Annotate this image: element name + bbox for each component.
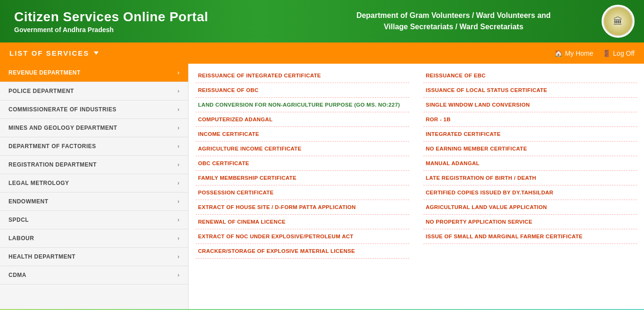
chevron-right-icon: ›: [178, 143, 180, 150]
sidebar-item-label: MINES AND GEOLOGY DEPARTMENT: [8, 125, 117, 131]
header-logo-area: Citizen Services Online Portal Governmen…: [9, 9, 305, 34]
page-header: Citizen Services Online Portal Governmen…: [0, 0, 644, 42]
service-link-left-8[interactable]: POSSESSION CERTIFICATE: [196, 185, 409, 200]
service-link-right-7[interactable]: LATE REGISTRATION OF BIRTH / DEATH: [423, 171, 637, 185]
service-link-right-5[interactable]: NO EARNING MEMBER CERTIFICATE: [423, 142, 637, 156]
service-link-right-10[interactable]: NO PROPERTY APPLICATION SERVICE: [423, 215, 637, 229]
services-left-col: REISSUANCE OF INTEGRATED CERTIFICATEREIS…: [189, 68, 416, 259]
sidebar-item-spdcl[interactable]: SPDCL›: [0, 211, 188, 229]
sidebar-item-label: REGISTRATION DEPARTMENT: [8, 161, 97, 168]
emblem: 🏛: [602, 5, 635, 38]
services-columns: REISSUANCE OF INTEGRATED CERTIFICATEREIS…: [189, 68, 644, 259]
sidebar-item-label: COMMISSIONERATE OF INDUSTRIES: [8, 106, 116, 113]
chevron-right-icon: ›: [178, 106, 180, 113]
services-area: REISSUANCE OF INTEGRATED CERTIFICATEREIS…: [189, 64, 644, 309]
service-link-left-0[interactable]: REISSUANCE OF INTEGRATED CERTIFICATE: [196, 68, 409, 83]
sidebar-item-label: POLICE DEPARTMENT: [8, 88, 74, 94]
service-link-left-6[interactable]: OBC CERTIFICATE: [196, 156, 409, 171]
service-link-left-10[interactable]: RENEWAL OF CINEMA LICENCE: [196, 215, 409, 229]
service-link-right-1[interactable]: ISSUANCE OF LOCAL STATUS CERTIFICATE: [423, 83, 637, 98]
sidebar: REVENUE DEPARTMENT›POLICE DEPARTMENT›COM…: [0, 64, 189, 309]
sidebar-item-labour[interactable]: LABOUR›: [0, 229, 188, 248]
service-link-right-2[interactable]: SINGLE WINDOW LAND CONVERSION: [423, 98, 637, 112]
sidebar-item-legal[interactable]: LEGAL METROLOGY›: [0, 174, 188, 193]
service-link-left-1[interactable]: REISSUANCE OF OBC: [196, 83, 409, 98]
sidebar-item-revenue[interactable]: REVENUE DEPARTMENT›: [0, 64, 188, 82]
service-link-left-9[interactable]: EXTRACT OF HOUSE SITE / D-FORM PATTA APP…: [196, 200, 409, 215]
service-link-right-8[interactable]: CERTIFIED COPIES ISSUED BY DY.TAHSILDAR: [423, 185, 637, 200]
sidebar-item-label: CDMA: [8, 272, 26, 278]
sidebar-item-factories[interactable]: DEPARTMENT OF FACTORIES›: [0, 137, 188, 156]
chevron-right-icon: ›: [178, 253, 180, 260]
sidebar-item-label: DEPARTMENT OF FACTORIES: [8, 143, 96, 150]
log-off-link[interactable]: 🚪 Log Off: [603, 50, 635, 57]
sidebar-item-label: LEGAL METROLOGY: [8, 180, 69, 186]
sidebar-item-label: REVENUE DEPARTMENT: [8, 69, 81, 76]
service-link-left-12[interactable]: CRACKER/STORAGE OF EXPLOSIVE MATERIAL LI…: [196, 244, 409, 259]
chevron-right-icon: ›: [178, 88, 180, 94]
sidebar-item-registration[interactable]: REGISTRATION DEPARTMENT›: [0, 156, 188, 174]
emblem-inner: 🏛: [604, 7, 632, 35]
sidebar-item-label: HEALTH DEPARTMENT: [8, 253, 75, 260]
dept-line2: Village Secretariats / Ward Secretariats: [305, 21, 602, 33]
service-link-right-9[interactable]: AGRICULTURAL LAND VALUE APPLICATION: [423, 200, 637, 215]
chevron-right-icon: ›: [178, 69, 180, 76]
service-link-right-0[interactable]: REISSUANCE OF EBC: [423, 68, 637, 83]
sidebar-item-label: LABOUR: [8, 235, 34, 242]
sidebar-item-health[interactable]: HEALTH DEPARTMENT›: [0, 248, 188, 266]
chevron-right-icon: ›: [178, 198, 180, 205]
service-link-right-6[interactable]: MANUAL ADANGAL: [423, 156, 637, 171]
portal-title: Citizen Services Online Portal: [14, 9, 208, 25]
sidebar-item-mines[interactable]: MINES AND GEOLOGY DEPARTMENT›: [0, 119, 188, 137]
portal-subtitle: Government of Andhra Pradesh: [14, 26, 208, 34]
sidebar-item-commissionerate[interactable]: COMMISSIONERATE OF INDUSTRIES›: [0, 101, 188, 119]
sidebar-item-label: SPDCL: [8, 217, 29, 223]
service-link-left-11[interactable]: EXTRACT OF NOC UNDER EXPLOSIVE/PETROLEUM…: [196, 229, 409, 244]
service-link-left-3[interactable]: COMPUTERIZED ADANGAL: [196, 112, 409, 127]
dept-line1: Department of Gram Volunteers / Ward Vol…: [305, 10, 602, 21]
navbar: LIST OF SERVICES 🏠 My Home 🚪 Log Off: [0, 42, 644, 64]
sidebar-item-cdma[interactable]: CDMA›: [0, 266, 188, 285]
log-off-label: Log Off: [613, 50, 635, 57]
sidebar-item-endowment[interactable]: ENDOWMENT›: [0, 193, 188, 211]
main-content: REVENUE DEPARTMENT›POLICE DEPARTMENT›COM…: [0, 64, 644, 309]
chevron-right-icon: ›: [178, 217, 180, 223]
chevron-right-icon: ›: [178, 272, 180, 278]
service-link-left-5[interactable]: AGRICULTURE INCOME CERTIFICATE: [196, 142, 409, 156]
chevron-right-icon: ›: [178, 161, 180, 168]
header-title-block: Citizen Services Online Portal Governmen…: [14, 9, 208, 34]
nav-right: 🏠 My Home 🚪 Log Off: [554, 50, 644, 57]
service-link-left-4[interactable]: INCOME CERTIFICATE: [196, 127, 409, 142]
service-link-left-7[interactable]: FAMILY MEMBERSHIP CERTIFICATE: [196, 171, 409, 185]
dropdown-arrow-icon: [94, 51, 99, 55]
my-home-label: My Home: [565, 50, 593, 57]
chevron-right-icon: ›: [178, 125, 180, 131]
service-link-right-4[interactable]: INTEGRATED CERTIFICATE: [423, 127, 637, 142]
logoff-icon: 🚪: [603, 50, 611, 57]
my-home-link[interactable]: 🏠 My Home: [554, 50, 593, 57]
sidebar-item-label: ENDOWMENT: [8, 198, 49, 205]
list-services-button[interactable]: LIST OF SERVICES: [0, 42, 108, 64]
service-link-right-11[interactable]: ISSUE OF SMALL AND MARGINAL FARMER CERTI…: [423, 229, 637, 244]
list-services-label: LIST OF SERVICES: [9, 49, 89, 57]
service-link-left-2[interactable]: Land Conversion For Non-Agriculture Purp…: [196, 98, 409, 112]
chevron-right-icon: ›: [178, 235, 180, 242]
header-dept-info: Department of Gram Volunteers / Ward Vol…: [305, 10, 602, 33]
home-icon: 🏠: [554, 50, 562, 57]
chevron-right-icon: ›: [178, 180, 180, 186]
service-link-right-3[interactable]: ROR - 1B: [423, 112, 637, 127]
services-right-col: REISSUANCE OF EBCISSUANCE OF LOCAL STATU…: [416, 68, 644, 259]
sidebar-item-police[interactable]: POLICE DEPARTMENT›: [0, 82, 188, 101]
